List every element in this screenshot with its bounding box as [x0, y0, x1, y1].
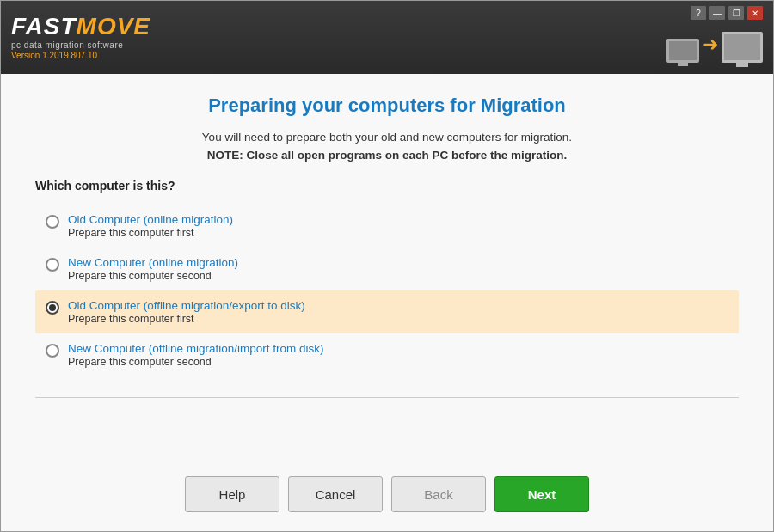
cancel-button[interactable]: Cancel — [288, 476, 383, 512]
option-new-offline[interactable]: New Computer (offline migration/import f… — [35, 333, 739, 376]
help-action-button[interactable]: Help — [185, 476, 280, 512]
option-old-online-subtitle: Prepare this computer first — [68, 227, 233, 239]
options-list: Old Computer (online migration) Prepare … — [35, 205, 739, 376]
titlebar: FASTMOVE pc data migration software Vers… — [1, 1, 773, 74]
option-new-online-title[interactable]: New Computer (online migration) — [68, 256, 238, 269]
option-new-online-content: New Computer (online migration) Prepare … — [68, 256, 238, 282]
logo-area: FASTMOVE pc data migration software Vers… — [11, 15, 150, 60]
back-button[interactable]: Back — [391, 476, 486, 512]
new-computer-icon — [722, 32, 763, 63]
arrow-icon: ➜ — [703, 34, 718, 56]
option-old-online-content: Old Computer (online migration) Prepare … — [68, 213, 233, 239]
computer-illustration: ➜ — [666, 32, 763, 63]
note-text: NOTE: Close all open programs on each PC… — [35, 149, 739, 162]
next-button[interactable]: Next — [494, 476, 589, 512]
logo-tagline: pc data migration software — [11, 40, 150, 50]
window-controls: ? — ❐ ✕ — [691, 1, 763, 25]
page-title: Preparing your computers for Migration — [35, 95, 739, 117]
radio-old-offline-dot — [49, 304, 56, 311]
option-new-offline-title[interactable]: New Computer (offline migration/import f… — [68, 342, 324, 355]
restore-button[interactable]: ❐ — [728, 6, 744, 20]
old-computer-icon — [666, 39, 699, 63]
option-old-online[interactable]: Old Computer (online migration) Prepare … — [35, 205, 739, 248]
option-old-offline[interactable]: Old Computer (offline migration/export t… — [35, 290, 739, 333]
close-button[interactable]: ✕ — [747, 6, 763, 20]
option-old-offline-title[interactable]: Old Computer (offline migration/export t… — [68, 299, 305, 312]
main-content: Preparing your computers for Migration Y… — [1, 74, 773, 532]
option-old-offline-subtitle: Prepare this computer first — [68, 313, 305, 325]
button-bar: Help Cancel Back Next — [35, 476, 739, 519]
option-old-offline-content: Old Computer (offline migration/export t… — [68, 299, 305, 325]
logo-fast-text: FAST — [11, 13, 77, 40]
option-new-online-subtitle: Prepare this computer second — [68, 270, 238, 282]
logo-version: Version 1.2019.807.10 — [11, 51, 150, 60]
divider — [35, 397, 739, 398]
option-old-online-title[interactable]: Old Computer (online migration) — [68, 213, 233, 226]
radio-new-online[interactable] — [46, 258, 59, 272]
radio-new-offline[interactable] — [46, 344, 59, 358]
description-text: You will need to prepare both your old a… — [35, 131, 739, 144]
radio-old-online[interactable] — [46, 215, 59, 229]
option-new-offline-content: New Computer (offline migration/import f… — [68, 342, 324, 368]
logo: FASTMOVE — [11, 15, 150, 39]
titlebar-right: ? — ❐ ✕ ➜ — [666, 1, 763, 74]
logo-move-text: MOVE — [77, 13, 150, 40]
question-label: Which computer is this? — [35, 179, 739, 193]
radio-old-offline[interactable] — [46, 301, 59, 315]
option-new-online[interactable]: New Computer (online migration) Prepare … — [35, 248, 739, 290]
minimize-button[interactable]: — — [710, 6, 725, 20]
option-new-offline-subtitle: Prepare this computer second — [68, 356, 324, 368]
help-button[interactable]: ? — [691, 6, 706, 20]
